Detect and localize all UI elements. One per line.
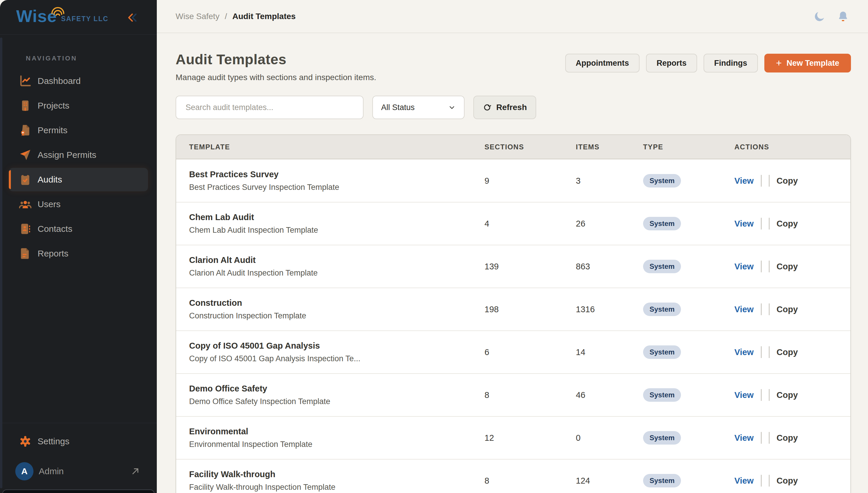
- notifications-button[interactable]: [837, 10, 849, 23]
- status-badge: System: [643, 431, 681, 445]
- user-menu[interactable]: A Admin: [9, 457, 148, 485]
- action-separator: [769, 389, 770, 401]
- sections-count: 139: [484, 262, 499, 272]
- sections-count: 9: [484, 176, 489, 186]
- table-row: Copy of ISO 45001 Gap Analysis Copy of I…: [176, 330, 850, 373]
- sidebar-nav: Dashboard Projects: [0, 69, 157, 265]
- template-name: Facility Walk-through: [189, 470, 335, 479]
- template-name: Chem Lab Audit: [189, 212, 318, 222]
- template-name: Copy of ISO 45001 Gap Analysis: [189, 341, 360, 351]
- action-separator: [761, 303, 762, 315]
- status-badge: System: [643, 303, 681, 316]
- sections-count: 8: [484, 476, 489, 486]
- copy-link[interactable]: Copy: [777, 390, 798, 400]
- status-badge: System: [643, 345, 681, 359]
- view-link[interactable]: View: [735, 347, 754, 357]
- sidebar-item-settings[interactable]: Settings: [9, 430, 148, 453]
- col-type: TYPE: [643, 135, 663, 159]
- copy-link[interactable]: Copy: [777, 347, 798, 357]
- view-link[interactable]: View: [735, 390, 754, 400]
- actions-cell: View Copy: [735, 175, 798, 187]
- action-separator: [769, 346, 770, 358]
- sidebar-item-dashboard[interactable]: Dashboard: [9, 69, 148, 93]
- topbar: Wise Safety / Audit Templates: [157, 0, 868, 33]
- template-description: Environmental Inspection Template: [189, 440, 312, 449]
- view-link[interactable]: View: [735, 433, 754, 443]
- template-name: Construction: [189, 298, 306, 308]
- page-header: Audit Templates Manage audit types with …: [175, 51, 851, 82]
- template-description: Clarion Alt Audit Inspection Template: [189, 269, 318, 278]
- send-icon: [19, 149, 32, 162]
- action-separator: [761, 175, 762, 187]
- col-actions: ACTIONS: [735, 135, 769, 159]
- breadcrumb-current: Audit Templates: [232, 12, 296, 21]
- copy-link[interactable]: Copy: [777, 305, 798, 314]
- copy-link[interactable]: Copy: [777, 262, 798, 272]
- external-link-arrow-icon: [130, 466, 140, 476]
- table-row: Facility Walk-through Facility Walk-thro…: [176, 459, 850, 493]
- brand-logo: Wise SAFETY LLC: [16, 8, 108, 25]
- template-cell: Demo Office Safety Demo Office Safety In…: [189, 384, 330, 406]
- view-link[interactable]: View: [735, 176, 754, 186]
- sections-count: 198: [484, 305, 499, 314]
- action-separator: [761, 432, 762, 444]
- copy-link[interactable]: Copy: [777, 433, 798, 443]
- sidebar-item-label: Projects: [38, 101, 69, 111]
- action-separator: [769, 303, 770, 315]
- sidebar-item-permits[interactable]: Permits: [9, 119, 148, 142]
- copy-link[interactable]: Copy: [777, 476, 798, 486]
- sidebar-collapse-button[interactable]: [127, 12, 139, 23]
- template-cell: Clarion Alt Audit Clarion Alt Audit Insp…: [189, 255, 318, 278]
- gear-icon: [19, 435, 32, 448]
- template-description: Demo Office Safety Inspection Template: [189, 397, 330, 406]
- actions-cell: View Copy: [735, 346, 798, 358]
- permit-document-icon: [19, 124, 32, 137]
- contacts-book-icon: [19, 222, 32, 235]
- sidebar-item-contacts[interactable]: Contacts: [9, 217, 148, 241]
- sidebar-item-label: Assign Permits: [38, 150, 96, 160]
- items-count: 1316: [576, 305, 595, 314]
- view-link[interactable]: View: [735, 476, 754, 486]
- actions-cell: View Copy: [735, 218, 798, 230]
- content: Audit Templates Manage audit types with …: [157, 33, 868, 493]
- breadcrumb-separator: /: [225, 12, 227, 21]
- items-count: 863: [576, 262, 590, 272]
- sidebar-item-users[interactable]: Users: [9, 193, 148, 216]
- dark-mode-toggle[interactable]: [813, 10, 826, 23]
- action-separator: [761, 218, 762, 230]
- sidebar-item-assign-permits[interactable]: Assign Permits: [9, 143, 148, 167]
- actions-cell: View Copy: [735, 303, 798, 315]
- sidebar-item-audits[interactable]: Audits: [9, 168, 148, 191]
- actions-cell: View Copy: [735, 389, 798, 401]
- view-link[interactable]: View: [735, 305, 754, 314]
- type-cell: System: [643, 345, 681, 359]
- type-cell: System: [643, 431, 681, 445]
- status-filter-select[interactable]: All Status: [372, 96, 464, 119]
- sidebar-scrollbar[interactable]: [0, 38, 2, 488]
- col-template: TEMPLATE: [189, 135, 230, 159]
- nav-section-label: NAVIGATION: [26, 55, 157, 62]
- status-filter-value: All Status: [381, 103, 415, 112]
- sidebar-header: Wise SAFETY LLC: [0, 0, 157, 35]
- sidebar: Wise SAFETY LLC NAVIGATION: [0, 0, 157, 493]
- sidebar-footer-divider: [0, 423, 157, 423]
- view-link[interactable]: View: [735, 262, 754, 272]
- wifi-arcs-icon: [50, 6, 65, 18]
- findings-button[interactable]: Findings: [704, 54, 758, 72]
- brand-subtitle: SAFETY LLC: [61, 15, 108, 23]
- appointments-button[interactable]: Appointments: [565, 54, 640, 72]
- reports-button[interactable]: Reports: [646, 54, 697, 72]
- refresh-button[interactable]: Refresh: [473, 96, 536, 119]
- topbar-actions: [813, 10, 849, 23]
- sidebar-footer: Settings A Admin: [0, 423, 157, 493]
- search-input[interactable]: [175, 96, 364, 119]
- copy-link[interactable]: Copy: [777, 219, 798, 229]
- view-link[interactable]: View: [735, 219, 754, 229]
- building-icon: [19, 99, 32, 112]
- breadcrumb-parent[interactable]: Wise Safety: [175, 12, 219, 21]
- sidebar-item-projects[interactable]: Projects: [9, 94, 148, 117]
- new-template-button[interactable]: + New Template: [764, 54, 851, 72]
- copy-link[interactable]: Copy: [777, 176, 798, 186]
- sidebar-item-reports[interactable]: Reports: [9, 242, 148, 265]
- table-header: TEMPLATE SECTIONS ITEMS TYPE ACTIONS: [176, 135, 850, 159]
